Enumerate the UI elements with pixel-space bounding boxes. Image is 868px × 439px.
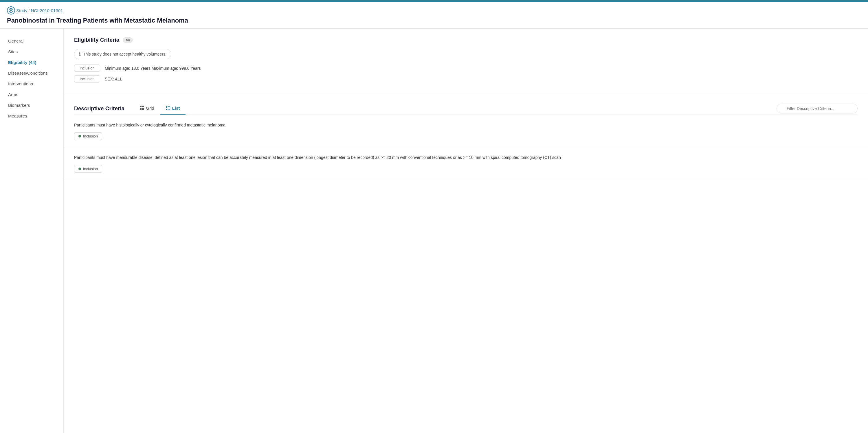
svg-rect-1 xyxy=(10,9,12,10)
inclusion-dot-1 xyxy=(79,135,81,137)
descriptive-title: Descriptive Criteria xyxy=(74,105,124,112)
info-icon: ℹ xyxy=(79,52,81,57)
svg-rect-9 xyxy=(167,106,170,107)
sex-criteria-text: SEX: ALL xyxy=(105,77,122,81)
svg-rect-2 xyxy=(10,10,12,11)
filter-area: ▼ xyxy=(777,103,858,114)
content-area: Eligibility Criteria 44 ℹ This study doe… xyxy=(64,29,868,433)
healthy-volunteers-text: This study does not accept healthy volun… xyxy=(83,52,166,56)
svg-rect-7 xyxy=(142,108,144,110)
tab-grid-label: Grid xyxy=(146,106,154,111)
sidebar-item-biomarkers[interactable]: Biomarkers xyxy=(0,100,63,111)
criteria-desc-2: Participants must have measurable diseas… xyxy=(74,154,858,161)
svg-rect-4 xyxy=(140,106,142,107)
inclusion-badge-1: Inclusion xyxy=(74,132,102,140)
descriptive-header-row: Descriptive Criteria Grid xyxy=(74,102,858,115)
breadcrumb-study-link[interactable]: Study xyxy=(16,8,27,13)
breadcrumb-study-id[interactable]: NCI-2010-01301 xyxy=(31,8,63,13)
criteria-entry-1: Participants must have histologically or… xyxy=(64,115,868,147)
inclusion-label-2: Inclusion xyxy=(83,167,98,171)
age-criteria-row: Inclusion Minimum age: 18.0 Years Maximu… xyxy=(74,65,858,72)
sidebar-item-eligibility[interactable]: Eligibility (44) xyxy=(0,57,63,68)
sidebar-item-diseases[interactable]: Diseases/Conditions xyxy=(0,68,63,79)
grid-icon xyxy=(140,105,144,111)
sidebar-item-arms[interactable]: Arms xyxy=(0,89,63,100)
criteria-entry-2: Participants must have measurable diseas… xyxy=(64,147,868,180)
filter-wrapper: ▼ xyxy=(777,103,858,114)
sex-inclusion-tag: Inclusion xyxy=(74,75,100,83)
age-criteria-text: Minimum age: 18.0 Years Maximum age: 999… xyxy=(105,66,201,71)
svg-rect-11 xyxy=(167,108,170,108)
svg-rect-12 xyxy=(166,109,167,110)
tab-list[interactable]: List xyxy=(160,102,186,115)
healthy-volunteers-note: ℹ This study does not accept healthy vol… xyxy=(74,49,172,59)
eligibility-section: Eligibility Criteria 44 ℹ This study doe… xyxy=(64,29,868,94)
sex-criteria-row: Inclusion SEX: ALL xyxy=(74,75,858,83)
breadcrumb: Study / NCI-2010-01301 xyxy=(7,6,861,14)
svg-rect-3 xyxy=(10,11,11,11)
inclusion-dot-2 xyxy=(79,167,81,170)
breadcrumb-separator: / xyxy=(28,8,30,13)
age-inclusion-tag: Inclusion xyxy=(74,65,100,72)
filter-input[interactable] xyxy=(777,103,858,114)
descriptive-section: Descriptive Criteria Grid xyxy=(64,94,868,115)
eligibility-header: Eligibility Criteria 44 xyxy=(74,37,858,43)
sidebar: General Sites Eligibility (44) Diseases/… xyxy=(0,29,64,433)
header: Study / NCI-2010-01301 Panobinostat in T… xyxy=(0,2,868,29)
inclusion-label-1: Inclusion xyxy=(83,134,98,138)
eligibility-count-badge: 44 xyxy=(123,37,132,43)
eligibility-title: Eligibility Criteria xyxy=(74,37,119,43)
svg-rect-10 xyxy=(166,107,167,108)
tab-group: Grid Lis xyxy=(134,102,186,115)
tab-grid[interactable]: Grid xyxy=(134,102,160,115)
inclusion-badge-2: Inclusion xyxy=(74,165,102,173)
sidebar-item-measures[interactable]: Measures xyxy=(0,111,63,121)
svg-rect-8 xyxy=(166,106,167,107)
sidebar-item-interventions[interactable]: Interventions xyxy=(0,79,63,89)
svg-rect-13 xyxy=(167,109,170,110)
svg-rect-5 xyxy=(142,106,144,107)
svg-rect-6 xyxy=(140,108,142,110)
study-icon xyxy=(7,6,15,14)
list-icon xyxy=(166,105,170,111)
sidebar-item-sites[interactable]: Sites xyxy=(0,46,63,57)
criteria-desc-1: Participants must have histologically or… xyxy=(74,122,858,128)
tab-list-label: List xyxy=(172,106,180,111)
sidebar-item-general[interactable]: General xyxy=(0,36,63,46)
main-layout: General Sites Eligibility (44) Diseases/… xyxy=(0,29,868,433)
page-title: Panobinostat in Treating Patients with M… xyxy=(7,17,861,24)
